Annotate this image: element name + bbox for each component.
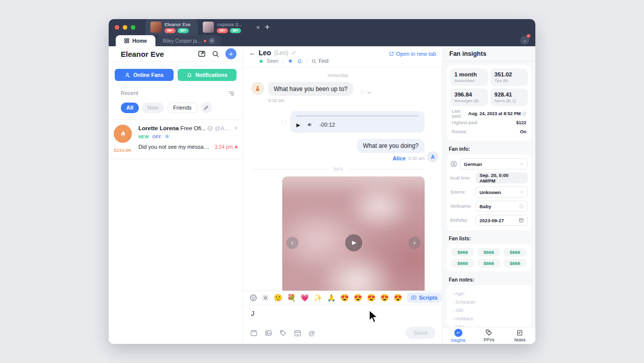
tab-notes[interactable]: Notes	[505, 327, 535, 344]
image-attach-icon[interactable]	[265, 329, 272, 337]
quick-emoji[interactable]: 🙂	[274, 294, 282, 301]
note-line: - Schedule:	[452, 298, 526, 307]
field-label: Birthday:	[450, 218, 473, 223]
quick-emoji[interactable]: ✨	[313, 294, 322, 301]
scripts-button[interactable]: Scripts	[407, 293, 442, 303]
fan-list-chip[interactable]: $666	[503, 259, 527, 267]
filter-all[interactable]: All	[121, 103, 139, 113]
fan-notes-card[interactable]: - Age: - Schedule: - Job: - Hobbies: - C…	[447, 285, 531, 327]
field-label: local time:	[450, 175, 473, 180]
emoji-picker-icon[interactable]	[250, 294, 257, 302]
fan-list-chip[interactable]: $666	[503, 248, 527, 256]
vault-icon[interactable]	[250, 329, 258, 337]
birthday-input[interactable]: 2023-09-27	[475, 215, 528, 226]
schedule-calendar-icon[interactable]	[294, 329, 301, 337]
local-time-value: Sep. 20, 0:00 AM/PM	[475, 172, 528, 184]
ppv-tag-icon	[485, 329, 493, 336]
quick-emoji[interactable]: 😍	[367, 294, 375, 301]
settings-gear-icon[interactable]	[262, 294, 269, 302]
tab-title: Aspasia S...	[217, 22, 243, 27]
sidebar-header: Eleanor Eve +	[109, 46, 243, 61]
quick-emoji[interactable]: 😍	[354, 294, 362, 301]
price-tag-icon[interactable]	[279, 329, 287, 337]
stat-value: 1 month	[454, 71, 484, 77]
filter-friends[interactable]: Friends	[167, 103, 198, 113]
message-meta: Alice 9:30 am	[392, 155, 425, 161]
insights-chart-icon	[454, 329, 462, 337]
speaker-icon[interactable]	[307, 122, 313, 128]
like-heart-icon[interactable]: ♡	[360, 89, 365, 96]
close-icon[interactable]: ×	[232, 125, 237, 132]
new-tab-icon[interactable]: +	[265, 23, 270, 32]
info-icon	[519, 204, 524, 209]
edit-filters-button[interactable]	[201, 102, 212, 113]
drag-handle-icon[interactable]: ⋮⋮	[280, 120, 287, 125]
online-fans-button[interactable]: Online Fans	[115, 69, 174, 81]
sort-icon[interactable]	[228, 90, 234, 96]
notifications-dropdown-button[interactable]: ⌄	[520, 36, 529, 45]
fan-list-chip[interactable]: $666	[451, 259, 474, 267]
browser-tab-aspasia[interactable]: Aspasia S... 45+ 56+	[198, 19, 250, 35]
country-value: German	[464, 161, 482, 167]
chat-list-item[interactable]: $234.9K Lorette Lorena Free Ofi...	[109, 119, 243, 159]
person-pin-icon	[450, 160, 457, 167]
close-tab-icon[interactable]: ×	[256, 24, 260, 31]
quick-emoji[interactable]: 😍	[393, 294, 402, 301]
nickname-input[interactable]: Baby	[475, 201, 528, 212]
stat-tips: 351.02 Tips ($)	[491, 68, 528, 86]
carousel-prev-button[interactable]: ‹	[286, 237, 298, 249]
mention-at-icon[interactable]: @	[308, 329, 315, 337]
browser-tab-eleanor[interactable]: Eleanor Eve 99+ 99+	[145, 19, 198, 35]
source-value: Unknown	[479, 190, 501, 195]
nickname-row: Nickname: Baby	[450, 201, 528, 212]
quick-emoji[interactable]: 😍	[340, 294, 349, 301]
notifications-button[interactable]: Notifications	[178, 69, 236, 81]
find-button[interactable]: Find	[311, 58, 328, 64]
stat-label: Spent ($)	[495, 99, 524, 103]
tab-home[interactable]: Home	[116, 35, 155, 46]
insights-tabbar: Insights PPVs	[443, 327, 535, 344]
media-export-icon[interactable]	[198, 50, 206, 58]
scripts-label: Scripts	[419, 295, 438, 301]
source-select[interactable]: Unknown	[475, 187, 528, 198]
quick-emoji[interactable]: 😍	[380, 294, 389, 301]
country-select[interactable]: German	[460, 158, 528, 169]
audio-progress-bar[interactable]	[296, 115, 419, 117]
quick-emoji[interactable]: 🙏	[327, 294, 336, 301]
message-input-area[interactable]: J	[243, 305, 442, 344]
open-in-new-tab-link[interactable]: Open in new tab	[389, 51, 436, 57]
fan-list-chip[interactable]: $666	[477, 259, 501, 267]
reply-icon[interactable]: ↩	[367, 89, 372, 96]
fan-list-chip[interactable]: $666	[451, 248, 474, 256]
date-separator-label: Jul 6	[333, 166, 343, 171]
tab-riley-label: Riley Cooper ja...	[163, 38, 201, 44]
add-button[interactable]: +	[225, 48, 236, 59]
zoom-window-button[interactable]	[131, 25, 135, 30]
close-window-button[interactable]	[115, 25, 119, 30]
minimize-window-button[interactable]	[123, 25, 127, 30]
star-icon[interactable]: ★	[288, 58, 293, 64]
note-line: - Age:	[452, 290, 526, 298]
video-play-button[interactable]: ▶	[345, 234, 362, 251]
audio-message: ⋮⋮ ▶ -00:12	[280, 111, 425, 133]
fan-lists-card: $666 $666 $666 $666 $666 $666	[447, 244, 531, 271]
tab-ppvs[interactable]: PPVs	[473, 327, 504, 344]
bell-icon[interactable]	[297, 58, 302, 64]
send-button[interactable]: Send	[406, 327, 435, 339]
calendar-icon	[519, 218, 524, 223]
fan-info-label: Fan info:	[449, 146, 529, 152]
edit-name-icon[interactable]	[291, 50, 296, 55]
message-input[interactable]: J	[243, 305, 442, 322]
tab-riley-cooper[interactable]: Riley Cooper ja... ×	[156, 35, 221, 46]
fan-list-chip[interactable]: $666	[477, 248, 501, 256]
close-tab-icon[interactable]: ×	[209, 38, 215, 44]
tab-insights[interactable]: Insights	[443, 327, 473, 344]
quick-emoji[interactable]: 💗	[300, 294, 309, 301]
filter-new[interactable]: New	[142, 103, 164, 113]
carousel-next-button[interactable]: ›	[409, 237, 421, 249]
back-icon[interactable]: ←	[249, 49, 256, 57]
quick-emoji[interactable]: 💐	[287, 294, 295, 301]
search-icon[interactable]	[212, 50, 219, 58]
media-message[interactable]: ‹ › ▶ 2/2 •	[282, 176, 425, 291]
play-icon[interactable]: ▶	[296, 122, 300, 128]
